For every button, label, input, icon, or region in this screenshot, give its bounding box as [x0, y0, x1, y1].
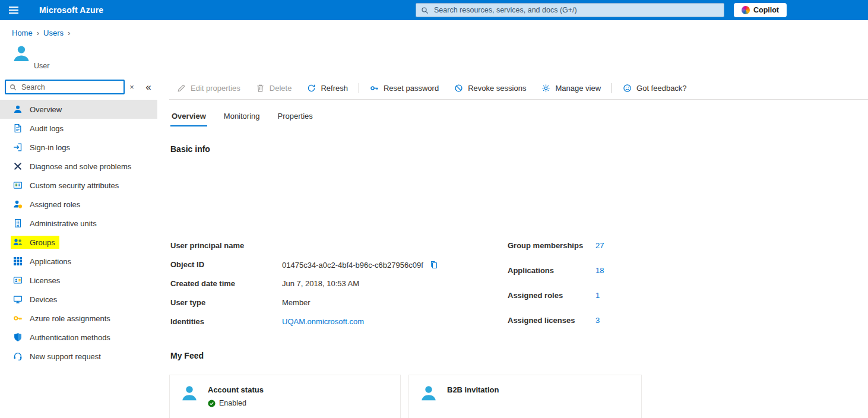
tab-bar: Overview Monitoring Properties [170, 108, 314, 126]
group-memberships-link[interactable]: 27 [595, 241, 604, 250]
edit-properties-button[interactable]: Edit properties [169, 79, 248, 97]
gear-icon [541, 84, 550, 93]
tab-properties[interactable]: Properties [277, 108, 314, 126]
block-icon [454, 84, 463, 93]
search-highlight: Groups [11, 236, 59, 249]
my-feed-heading: My Feed [170, 351, 204, 360]
breadcrumb-users[interactable]: Users [43, 28, 64, 37]
sidebar-item-label: Custom security attributes [30, 181, 119, 190]
collapse-sidebar-icon[interactable]: « [141, 80, 156, 94]
assigned-roles-link[interactable]: 1 [595, 291, 600, 300]
entity-type-label: User [34, 62, 49, 70]
user-type-value: Member [282, 298, 311, 307]
sidebar-item-label: Overview [30, 105, 62, 114]
diagnose-tools-icon [13, 162, 23, 171]
tab-monitoring[interactable]: Monitoring [223, 108, 261, 126]
field-row: Object ID 01475c34-a0c2-4bf4-b96c-c6b279… [170, 260, 439, 279]
monitor-icon [13, 294, 23, 304]
user-avatar-icon [180, 384, 198, 418]
sidebar-item-assigned-roles[interactable]: Assigned roles [0, 195, 157, 214]
field-label: User type [170, 298, 282, 307]
toolbar-separator [359, 83, 359, 93]
sidebar-item-azure-role-assignments[interactable]: Azure role assignments [0, 309, 157, 328]
feed-card-b2b-invitation[interactable]: B2B invitation [408, 375, 642, 418]
copy-icon[interactable] [429, 260, 439, 270]
toolbar-divider [169, 99, 868, 100]
sidebar-item-custom-security-attributes[interactable]: Custom security attributes [0, 176, 157, 195]
field-label: User principal name [170, 241, 282, 250]
sidebar-item-overview[interactable]: Overview [0, 100, 157, 119]
sidebar-item-audit-logs[interactable]: Audit logs [0, 119, 157, 138]
sidebar-item-diagnose[interactable]: Diagnose and solve problems [0, 157, 157, 176]
revoke-sessions-button[interactable]: Revoke sessions [446, 79, 534, 97]
people-icon [13, 238, 23, 247]
sidebar-item-label: Licenses [30, 276, 60, 285]
stat-label: Group memberships [508, 241, 595, 250]
sidebar-item-label: New support request [30, 352, 101, 361]
clear-search-icon[interactable]: × [126, 81, 138, 93]
sidebar-item-label: Sign-in logs [30, 143, 70, 152]
sidebar-item-authentication-methods[interactable]: Authentication methods [0, 328, 157, 347]
applications-link[interactable]: 18 [595, 266, 604, 275]
refresh-button[interactable]: Refresh [299, 79, 356, 97]
delete-button[interactable]: Delete [248, 79, 300, 97]
got-feedback-button[interactable]: Got feedback? [615, 79, 695, 97]
stat-row: Assigned licenses 3 [508, 316, 604, 341]
sidebar-item-administrative-units[interactable]: Administrative units [0, 214, 157, 233]
attributes-icon [13, 180, 23, 190]
basic-info-heading: Basic info [170, 144, 210, 154]
field-row: Identities UQAM.onmicrosoft.com [170, 317, 439, 336]
copilot-button[interactable]: Copilot [734, 3, 787, 17]
sidebar-item-applications[interactable]: Applications [0, 252, 157, 271]
stat-label: Assigned licenses [508, 316, 595, 325]
search-icon [421, 7, 429, 14]
toolbar-separator [612, 83, 612, 93]
manage-view-button[interactable]: Manage view [534, 79, 609, 97]
breadcrumb-home[interactable]: Home [12, 28, 33, 37]
breadcrumb: Home Users [12, 28, 70, 37]
created-date-value: Jun 7, 2018, 10:53 AM [282, 279, 359, 288]
headset-icon [13, 352, 23, 361]
stat-row: Applications 18 [508, 266, 604, 291]
chevron-right-icon [37, 28, 39, 37]
assigned-licenses-link[interactable]: 3 [595, 316, 600, 325]
stat-row: Group memberships 27 [508, 241, 604, 266]
sidebar-item-label: Groups [30, 238, 55, 247]
identities-link[interactable]: UQAM.onmicrosoft.com [282, 317, 364, 326]
feed-card-account-status[interactable]: Account status Enabled [169, 375, 401, 418]
sidebar-item-label: Audit logs [30, 124, 64, 133]
global-search-input[interactable] [433, 5, 719, 15]
sidebar-item-devices[interactable]: Devices [0, 290, 157, 309]
sidebar-item-label: Assigned roles [30, 200, 80, 209]
sidebar-search-input[interactable] [20, 83, 120, 92]
copilot-label: Copilot [753, 6, 779, 14]
sidebar-item-sign-in-logs[interactable]: Sign-in logs [0, 138, 157, 157]
azure-portal-window: Microsoft Azure Copilot Home Users User … [0, 0, 868, 418]
search-icon [9, 84, 17, 91]
basic-info-fields: User principal name Object ID 01475c34-a… [170, 241, 439, 336]
field-row: User type Member [170, 298, 439, 317]
field-label: Created date time [170, 279, 282, 288]
sidebar-item-groups[interactable]: Groups [0, 233, 157, 252]
sidebar-item-label: Devices [30, 295, 57, 304]
stat-label: Applications [508, 266, 595, 275]
user-avatar-icon [12, 44, 31, 63]
sidebar-search-box[interactable] [5, 80, 125, 94]
tab-overview[interactable]: Overview [170, 108, 207, 126]
global-search-box[interactable] [416, 3, 724, 17]
topbar: Microsoft Azure Copilot [0, 0, 868, 20]
stat-label: Assigned roles [508, 291, 595, 300]
sidebar-item-new-support-request[interactable]: New support request [0, 347, 157, 366]
portal-title[interactable]: Microsoft Azure [39, 5, 103, 15]
sidebar-item-licenses[interactable]: Licenses [0, 271, 157, 290]
check-circle-icon [208, 400, 216, 407]
card-title: B2B invitation [447, 384, 499, 394]
account-status-value: Enabled [219, 399, 246, 407]
license-card-icon [13, 276, 23, 285]
sidebar-item-label: Azure role assignments [30, 314, 110, 323]
hamburger-menu-button[interactable] [0, 0, 27, 20]
grid-icon [13, 256, 23, 266]
sidebar-item-label: Applications [30, 257, 71, 266]
field-row: User principal name [170, 241, 439, 260]
reset-password-button[interactable]: Reset password [362, 79, 446, 97]
